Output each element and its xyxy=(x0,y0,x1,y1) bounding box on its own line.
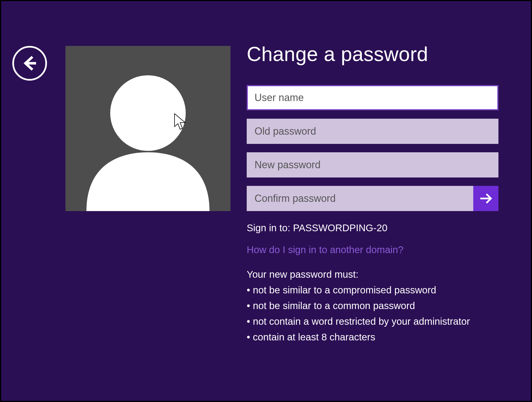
password-rule: not contain a word restricted by your ad… xyxy=(247,314,498,329)
username-field[interactable] xyxy=(247,85,498,110)
user-icon xyxy=(75,66,221,211)
password-rules: Your new password must: not be similar t… xyxy=(247,267,498,345)
change-password-form: Change a password Sign in to: PASSWORDPI… xyxy=(247,43,498,345)
sign-in-prefix: Sign in to: xyxy=(247,222,293,233)
back-button[interactable] xyxy=(12,46,47,81)
change-password-screen: Change a password Sign in to: PASSWORDPI… xyxy=(0,0,532,402)
page-title: Change a password xyxy=(247,43,498,66)
new-password-field[interactable] xyxy=(247,152,498,177)
arrow-left-icon xyxy=(20,53,39,73)
sign-in-domain-value: PASSWORDPING-20 xyxy=(293,222,387,233)
password-rules-intro: Your new password must: xyxy=(247,267,498,282)
submit-button[interactable] xyxy=(473,186,498,211)
other-domain-help-link[interactable]: How do I sign in to another domain? xyxy=(247,244,498,255)
confirm-password-row xyxy=(247,186,498,211)
confirm-password-field[interactable] xyxy=(247,186,473,211)
arrow-right-icon xyxy=(479,191,493,206)
sign-in-domain-label: Sign in to: PASSWORDPING-20 xyxy=(247,222,498,233)
avatar xyxy=(65,46,230,211)
password-rule: not be similar to a compromised password xyxy=(247,282,498,298)
svg-point-1 xyxy=(110,75,186,151)
password-rule: contain at least 8 characters xyxy=(247,329,498,345)
password-rule: not be similar to a common password xyxy=(247,298,498,314)
old-password-field[interactable] xyxy=(247,119,498,144)
